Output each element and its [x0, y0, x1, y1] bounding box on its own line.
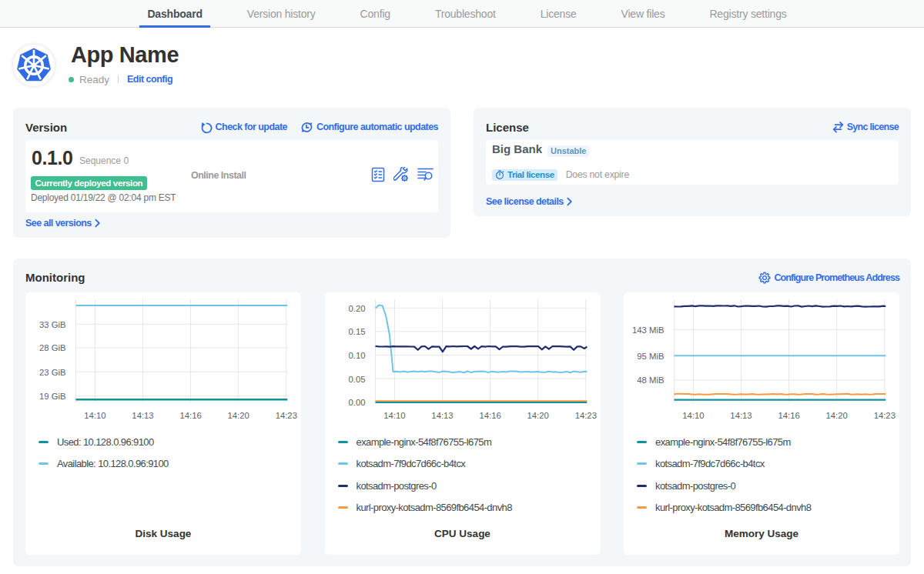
- svg-text:0.00: 0.00: [348, 398, 365, 407]
- svg-text:95 MiB: 95 MiB: [637, 352, 664, 361]
- svg-text:0.10: 0.10: [348, 351, 365, 360]
- svg-text:143 MiB: 143 MiB: [632, 325, 664, 335]
- svg-text:33 GiB: 33 GiB: [39, 320, 66, 329]
- svg-text:14:23: 14:23: [574, 411, 596, 420]
- svg-text:48 MiB: 48 MiB: [637, 375, 664, 385]
- svg-text:14:10: 14:10: [383, 411, 405, 420]
- svg-text:23 GiB: 23 GiB: [39, 368, 66, 377]
- svg-text:14:10: 14:10: [84, 411, 105, 420]
- svg-text:14:16: 14:16: [778, 411, 799, 420]
- svg-text:14:16: 14:16: [479, 411, 500, 420]
- svg-text:28 GiB: 28 GiB: [39, 343, 66, 352]
- svg-text:14:20: 14:20: [228, 411, 249, 420]
- svg-text:14:13: 14:13: [132, 411, 153, 420]
- svg-text:0.05: 0.05: [348, 375, 365, 384]
- svg-text:0.20: 0.20: [348, 304, 365, 313]
- svg-text:19 GiB: 19 GiB: [39, 392, 66, 401]
- svg-text:14:13: 14:13: [730, 411, 752, 420]
- svg-text:14:13: 14:13: [431, 411, 453, 420]
- svg-text:14:23: 14:23: [874, 411, 896, 420]
- svg-text:14:10: 14:10: [682, 411, 704, 420]
- svg-text:14:20: 14:20: [826, 411, 848, 420]
- svg-text:14:20: 14:20: [527, 411, 548, 420]
- svg-text:0.15: 0.15: [348, 327, 365, 336]
- svg-text:14:16: 14:16: [179, 411, 201, 420]
- svg-text:14:23: 14:23: [276, 411, 297, 420]
